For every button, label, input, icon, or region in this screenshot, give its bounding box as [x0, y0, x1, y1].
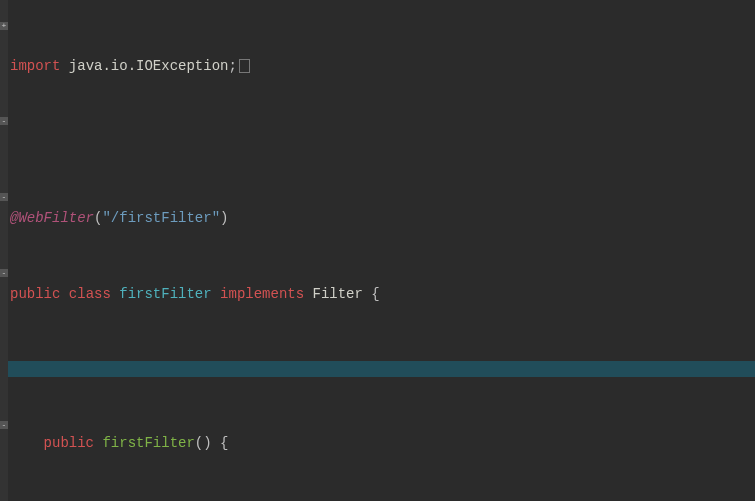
code-line[interactable]: public class firstFilter implements Filt…: [8, 285, 755, 304]
code-editor[interactable]: + - - - - import java.io.IOException; @W…: [0, 0, 755, 501]
code-line[interactable]: [8, 133, 755, 152]
keyword-implements: implements: [220, 286, 304, 302]
keyword-public: public: [10, 286, 60, 302]
code-line[interactable]: public firstFilter() {: [8, 434, 755, 453]
folded-region-icon[interactable]: [239, 59, 250, 73]
class-name: firstFilter: [119, 286, 211, 302]
fold-marker-collapse-icon[interactable]: -: [0, 193, 8, 201]
code-area[interactable]: import java.io.IOException; @WebFilter("…: [8, 0, 755, 501]
keyword-class: class: [69, 286, 111, 302]
fold-marker-collapse-icon[interactable]: -: [0, 421, 8, 429]
package-path: java.io.IOException: [69, 58, 229, 74]
keyword-import: import: [10, 58, 60, 74]
interface-name: Filter: [313, 286, 363, 302]
gutter: + - - - -: [0, 0, 8, 501]
keyword-public: public: [44, 435, 94, 451]
code-line[interactable]: import java.io.IOException;: [8, 57, 755, 76]
brace-open: {: [220, 435, 228, 451]
annotation: @WebFilter: [10, 210, 94, 226]
fold-marker-collapse-icon[interactable]: -: [0, 117, 8, 125]
code-line[interactable]: @WebFilter("/firstFilter"): [8, 209, 755, 228]
fold-marker-expand-icon[interactable]: +: [0, 22, 8, 30]
semicolon: ;: [228, 58, 236, 74]
fold-marker-collapse-icon[interactable]: -: [0, 269, 8, 277]
paren-close: ): [220, 210, 228, 226]
parens: (): [195, 435, 212, 451]
string-literal: "/firstFilter": [102, 210, 220, 226]
current-line-highlight: [8, 361, 755, 377]
constructor-name: firstFilter: [102, 435, 194, 451]
brace-open: {: [371, 286, 379, 302]
